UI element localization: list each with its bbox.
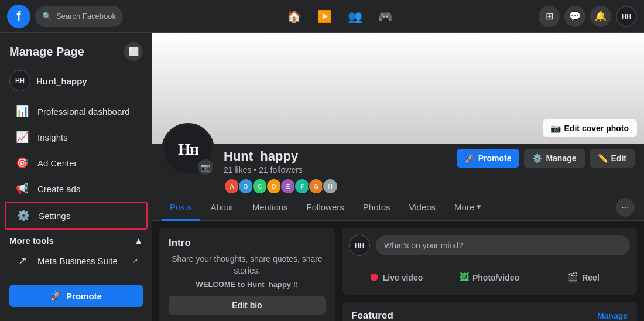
sidebar-item-label: Ad Center: [37, 158, 77, 168]
reel-icon: 🎬: [567, 272, 578, 283]
avatar-camera-btn[interactable]: 📷: [198, 159, 213, 175]
watch-nav-btn[interactable]: ▶️: [310, 2, 338, 30]
edit-icon: ✏️: [598, 153, 608, 163]
reel-label: Reel: [582, 273, 600, 282]
manage-page-btn[interactable]: ⚙️ Manage: [524, 149, 584, 168]
post-placeholder: What's on your mind?: [384, 241, 463, 250]
post-box-input[interactable]: What's on your mind?: [376, 235, 630, 255]
sidebar-item-professional-dashboard[interactable]: 📊 Professional dashboard: [5, 98, 148, 124]
intro-title: Intro: [169, 237, 326, 249]
sidebar-item-label: Professional dashboard: [37, 107, 130, 117]
sidebar-header: Manage Page ⬜: [0, 33, 152, 66]
tab-followers[interactable]: Followers: [299, 195, 352, 221]
search-box[interactable]: 🔍 Search Facebook: [35, 6, 123, 27]
tab-photos[interactable]: Photos: [355, 195, 399, 221]
promote-label: Promote: [66, 291, 102, 301]
tab-more-label: More: [454, 202, 474, 212]
sidebar-item-ad-center[interactable]: 🎯 Ad Center: [5, 150, 148, 176]
profile-actions: 🚀 Promote ⚙️ Manage ✏️ Edit: [457, 144, 635, 168]
sidebar: Manage Page ⬜ HH Hunt_happy 📊 Profession…: [0, 33, 152, 321]
profile-name: Hunt_happy: [224, 149, 447, 164]
page-identity-avatar: HH: [9, 70, 30, 91]
tab-posts[interactable]: Posts: [162, 195, 200, 221]
promote-page-icon: 🚀: [465, 153, 475, 163]
messenger-btn[interactable]: 💬: [564, 6, 585, 27]
tab-more[interactable]: More ▾: [446, 194, 489, 221]
facebook-logo[interactable]: f: [7, 5, 30, 28]
tab-videos-label: Videos: [409, 202, 436, 212]
chevron-up-icon: ▲: [134, 235, 143, 245]
promote-page-btn[interactable]: 🚀 Promote: [457, 149, 520, 168]
intro-description: Share your thoughts, share quotes, share…: [169, 254, 326, 276]
promote-page-label: Promote: [478, 153, 512, 163]
sidebar-item-label: Create ads: [37, 184, 80, 194]
page-tabs: Posts About Mentions Followers Photos Vi…: [152, 194, 644, 221]
more-tools-section[interactable]: More tools ▲: [0, 230, 152, 248]
photo-video-btn[interactable]: 🖼 Photo/video: [443, 267, 536, 288]
main-content: 📷 Edit cover photo Hн 📷 Hunt_happy 21 li…: [152, 33, 644, 321]
sidebar-item-meta-business[interactable]: ↗ Meta Business Suite ↗: [5, 248, 148, 274]
gaming-nav-btn[interactable]: 🎮: [371, 2, 399, 30]
tab-followers-label: Followers: [307, 202, 344, 212]
chevron-down-icon: ▾: [477, 202, 481, 212]
photo-video-label: Photo/video: [472, 273, 519, 282]
main-layout: Manage Page ⬜ HH Hunt_happy 📊 Profession…: [0, 33, 644, 321]
tab-mentions-label: Mentions: [252, 202, 288, 212]
edit-cover-label: Edit cover photo: [564, 124, 629, 133]
promote-icon: 🚀: [50, 291, 61, 301]
edit-bio-btn[interactable]: Edit bio: [169, 296, 326, 315]
reel-btn[interactable]: 🎬 Reel: [536, 267, 630, 288]
apps-btn[interactable]: ⊞: [539, 6, 560, 27]
sidebar-promote-btn[interactable]: 🚀 Promote: [9, 285, 143, 307]
ad-center-icon: 🎯: [14, 155, 30, 171]
nav-right: ⊞ 💬 🔔 HH: [520, 6, 637, 27]
post-box-avatar: HH: [349, 235, 370, 256]
tab-posts-label: Posts: [170, 202, 192, 212]
meta-business-icon: ↗: [14, 252, 30, 269]
post-box: HH What's on your mind? ⏺ Live video 🖼 P…: [342, 228, 637, 295]
tab-options-btn[interactable]: ···: [616, 198, 635, 217]
user-avatar-nav[interactable]: HH: [616, 6, 637, 27]
nav-left: f 🔍 Search Facebook: [7, 5, 159, 28]
intro-welcome: WELCOME to Hunt_happy !!: [169, 280, 326, 289]
profile-avatar-wrap: Hн 📷: [162, 123, 214, 176]
live-video-icon: ⏺: [369, 271, 379, 284]
live-video-btn[interactable]: ⏺ Live video: [349, 267, 443, 288]
sidebar-item-label: Insights: [37, 132, 68, 142]
sidebar-collapse-btn[interactable]: ⬜: [124, 42, 143, 61]
post-box-top: HH What's on your mind?: [349, 235, 630, 256]
edit-cover-btn[interactable]: 📷 Edit cover photo: [543, 119, 637, 137]
external-link-icon: ↗: [132, 257, 138, 265]
right-column: HH What's on your mind? ⏺ Live video 🖼 P…: [342, 228, 637, 321]
follower-avatar: H: [322, 178, 338, 194]
sidebar-item-label: Settings: [39, 211, 70, 221]
search-placeholder: Search Facebook: [56, 12, 116, 21]
post-actions: ⏺ Live video 🖼 Photo/video 🎬 Reel: [349, 262, 630, 288]
manage-icon: ⚙️: [532, 153, 542, 163]
settings-icon: ⚙️: [15, 207, 32, 224]
tab-mentions[interactable]: Mentions: [244, 195, 296, 221]
featured-manage-btn[interactable]: Manage: [597, 311, 628, 320]
featured-card: Featured Manage: [342, 302, 637, 321]
more-tools-label: More tools: [9, 235, 54, 245]
sidebar-item-settings[interactable]: ⚙️ Settings: [5, 202, 148, 230]
camera-icon: 📷: [551, 124, 561, 133]
professional-dashboard-icon: 📊: [14, 103, 30, 119]
sidebar-item-create-ads[interactable]: 📢 Create ads: [5, 176, 148, 202]
nav-center: 🏠 ▶️ 👥 🎮: [159, 2, 520, 30]
sidebar-item-insights[interactable]: 📈 Insights: [5, 124, 148, 150]
cover-photo: 📷 Edit cover photo: [152, 33, 644, 144]
page-identity-item[interactable]: HH Hunt_happy: [0, 66, 152, 98]
sidebar-footer: 🚀 Promote: [0, 278, 152, 314]
profile-section: Hн 📷 Hunt_happy 21 likes • 21 followers …: [152, 144, 644, 194]
edit-page-btn[interactable]: ✏️ Edit: [590, 149, 635, 168]
intro-card: Intro Share your thoughts, share quotes,…: [159, 228, 335, 321]
sidebar-item-label: Meta Business Suite: [37, 256, 118, 266]
sidebar-title: Manage Page: [9, 45, 84, 59]
featured-title: Featured: [351, 310, 393, 321]
groups-nav-btn[interactable]: 👥: [341, 2, 369, 30]
home-nav-btn[interactable]: 🏠: [280, 2, 308, 30]
tab-videos[interactable]: Videos: [400, 195, 444, 221]
notifications-btn[interactable]: 🔔: [590, 6, 611, 27]
tab-about[interactable]: About: [203, 195, 242, 221]
